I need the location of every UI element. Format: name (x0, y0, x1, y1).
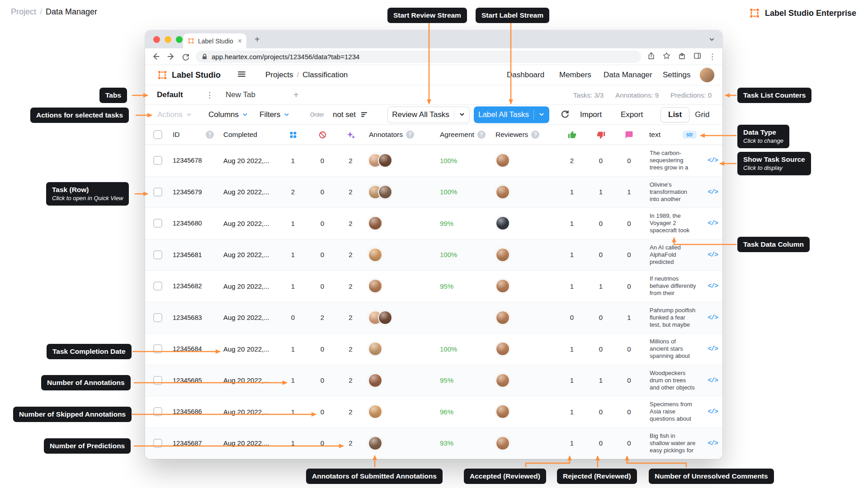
chevron-down-icon[interactable] (459, 112, 465, 118)
avatar[interactable] (368, 248, 382, 262)
avatar[interactable] (495, 373, 510, 388)
address-bar[interactable]: app.heartex.com/projects/123456/data?tab… (196, 51, 641, 63)
row-checkbox[interactable] (153, 250, 162, 259)
avatar[interactable] (378, 153, 392, 168)
data-type-badge[interactable]: str (683, 131, 697, 139)
avatar[interactable] (495, 185, 510, 199)
tab-options-kebab-icon[interactable]: ⋮ (206, 90, 213, 100)
chevron-down-icon[interactable] (538, 112, 545, 118)
select-all-checkbox[interactable] (153, 130, 162, 139)
id-help-icon[interactable]: ? (206, 131, 214, 139)
filters-dropdown[interactable]: Filters (259, 110, 290, 119)
app-breadcrumb-projects[interactable]: Projects (265, 70, 293, 80)
list-view-button[interactable]: List (660, 107, 689, 122)
column-header-skipped[interactable] (308, 125, 337, 145)
close-tab-icon[interactable]: × (238, 38, 242, 45)
row-checkbox[interactable] (153, 344, 162, 353)
row-checkbox[interactable] (153, 282, 162, 291)
avatar[interactable] (495, 279, 510, 293)
avatar[interactable] (495, 216, 510, 230)
browser-tab[interactable]: Label Studio × (183, 33, 246, 48)
row-checkbox[interactable] (153, 439, 162, 448)
avatar[interactable] (378, 185, 392, 199)
column-header-reviewers[interactable]: Reviewers ? (492, 125, 557, 145)
minimize-window-button[interactable] (165, 36, 171, 43)
avatar[interactable] (368, 216, 382, 230)
review-all-tasks-button[interactable]: Review All Tasks (387, 106, 470, 123)
agreement-help-icon[interactable]: ? (477, 131, 486, 139)
column-header-agreement[interactable]: Agreement ? (431, 125, 492, 145)
table-row[interactable]: 12345681 Aug 20 2022,... 1 0 2 100% 1 0 … (145, 239, 722, 271)
avatar[interactable] (495, 248, 510, 262)
avatar[interactable] (378, 310, 392, 325)
reload-icon[interactable] (181, 52, 190, 61)
task-source-icon[interactable]: </> (708, 377, 717, 384)
row-checkbox[interactable] (153, 407, 162, 416)
actions-dropdown[interactable]: Actions (157, 110, 192, 119)
hamburger-menu-icon[interactable] (237, 70, 246, 81)
column-header-annotators[interactable]: Annotators ? (364, 125, 431, 145)
nav-members[interactable]: Members (559, 70, 591, 80)
task-source-icon[interactable]: </> (708, 251, 717, 258)
add-view-tab-button[interactable]: + (293, 90, 299, 100)
refresh-icon[interactable] (560, 109, 570, 121)
task-source-icon[interactable]: </> (708, 157, 717, 164)
side-panel-icon[interactable] (693, 52, 702, 62)
back-icon[interactable] (151, 52, 160, 61)
table-row[interactable]: 12345679 Aug 20 2022,... 2 0 2 100% 1 1 … (145, 177, 722, 208)
column-header-text[interactable]: text str (643, 125, 703, 145)
share-icon[interactable] (647, 52, 656, 62)
task-source-icon[interactable]: </> (708, 282, 717, 290)
nav-data-manager[interactable]: Data Manager (604, 70, 652, 80)
column-header-predictions[interactable] (337, 125, 364, 145)
table-row[interactable]: 12345684 Aug 20 2022,... 1 0 2 100% 1 0 … (145, 333, 722, 365)
task-source-icon[interactable]: </> (708, 314, 717, 321)
row-checkbox[interactable] (153, 219, 162, 228)
tab-search-chevron-icon[interactable] (708, 36, 715, 45)
avatar[interactable] (495, 404, 510, 419)
user-avatar[interactable] (700, 68, 714, 82)
export-button[interactable]: Export (621, 110, 643, 119)
column-header-id[interactable]: ID (170, 125, 203, 145)
app-logo[interactable]: Label Studio (157, 70, 221, 80)
task-source-icon[interactable]: </> (708, 440, 717, 447)
row-checkbox[interactable] (153, 376, 162, 385)
column-header-rejected[interactable] (586, 125, 615, 145)
forward-icon[interactable] (166, 52, 175, 61)
avatar[interactable] (368, 279, 382, 293)
new-browser-tab-button[interactable]: + (255, 34, 260, 45)
avatar[interactable] (495, 310, 510, 325)
table-row[interactable]: 12345685 Aug 20 2022,... 1 0 2 95% 1 1 0… (145, 365, 722, 397)
bookmark-star-icon[interactable] (662, 52, 671, 62)
tab-new-tab[interactable]: New Tab (226, 90, 255, 99)
table-row[interactable]: 12345682 Aug 20 2022,... 1 0 2 95% 1 1 0… (145, 271, 722, 302)
column-header-comments[interactable] (615, 125, 643, 145)
row-checkbox[interactable] (153, 156, 162, 165)
row-checkbox[interactable] (153, 188, 162, 197)
task-source-icon[interactable]: </> (708, 408, 717, 415)
breadcrumb-project[interactable]: Project (11, 7, 36, 17)
table-row[interactable]: 12345686 Aug 20 2022,... 1 0 2 96% 1 0 0… (145, 396, 722, 428)
columns-dropdown[interactable]: Columns (208, 110, 248, 119)
tab-default[interactable]: Default (157, 90, 183, 99)
nav-settings[interactable]: Settings (663, 70, 690, 80)
order-dropdown[interactable]: not set (333, 110, 368, 119)
avatar[interactable] (368, 404, 382, 419)
table-row[interactable]: 12345678 Aug 20 2022,... 1 0 2 100% 2 0 … (145, 145, 722, 177)
task-source-icon[interactable]: </> (708, 345, 717, 352)
close-window-button[interactable] (153, 36, 160, 43)
column-header-completed[interactable]: Completed (217, 125, 278, 145)
task-source-icon[interactable]: </> (708, 188, 717, 196)
table-row[interactable]: 12345680 Aug 20 2022,... 1 0 2 99% 1 0 0… (145, 208, 722, 239)
avatar[interactable] (495, 342, 510, 356)
nav-dashboard[interactable]: Dashboard (507, 70, 544, 80)
avatar[interactable] (495, 436, 510, 450)
table-row[interactable]: 12345687 Aug 20 2022,... 1 0 2 93% 1 0 0… (145, 428, 722, 460)
import-button[interactable]: Import (580, 110, 602, 119)
reviewers-help-icon[interactable]: ? (531, 131, 539, 139)
row-checkbox[interactable] (153, 313, 162, 322)
avatar[interactable] (368, 436, 382, 450)
avatar[interactable] (495, 153, 510, 168)
column-header-annotations[interactable] (278, 125, 308, 145)
annotators-help-icon[interactable]: ? (406, 131, 414, 139)
